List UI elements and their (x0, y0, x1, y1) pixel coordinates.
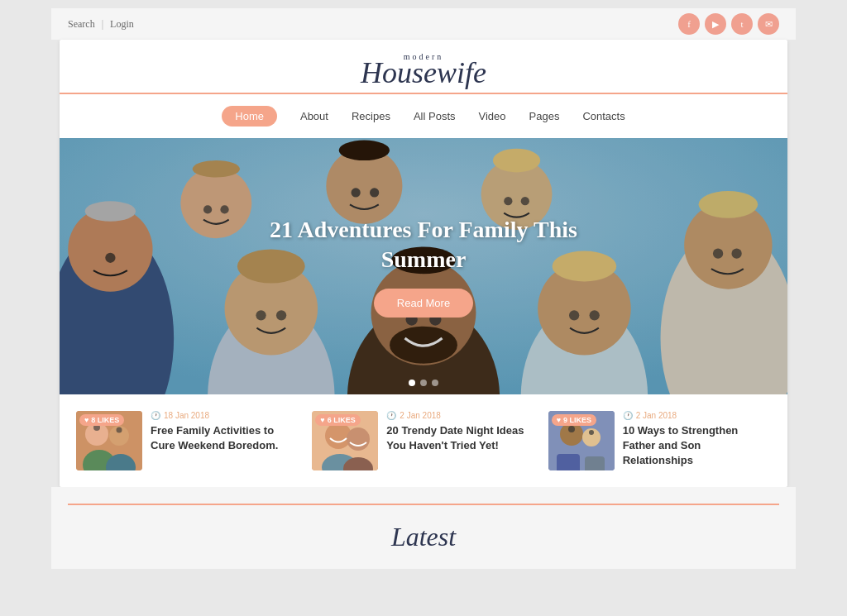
heart-icon-3 (557, 416, 561, 424)
post-thumb-3: 9 LIKES (548, 411, 615, 470)
post-info-3: 2 Jan 2018 10 Ways to Strengthen Father … (623, 411, 771, 469)
post-title-2[interactable]: 20 Trendy Date Night Ideas You Haven't T… (386, 423, 534, 453)
clock-icon-1 (151, 411, 160, 420)
post-info-2: 2 Jan 2018 20 Trendy Date Night Ideas Yo… (386, 411, 534, 453)
post-info-1: 18 Jan 2018 Free Family Activities to Cu… (151, 411, 299, 453)
main-nav: Home About Recipes All Posts Video Pages… (60, 94, 787, 138)
likes-badge-3: 9 LIKES (552, 414, 596, 426)
site-logo: modern Housewife (68, 53, 779, 88)
slider-dot-2[interactable] (420, 380, 427, 386)
bottom-section: Latest (51, 487, 796, 569)
facebook-icon[interactable]: f (678, 13, 700, 35)
top-bar: Search | Login f ▶ t ✉ (51, 8, 796, 40)
latest-title: Latest (68, 522, 779, 552)
post-title-3[interactable]: 10 Ways to Strengthen Father and Son Rel… (623, 423, 771, 469)
youtube-icon[interactable]: ▶ (705, 13, 726, 35)
posts-section: 8 LIKES 18 Jan 2018 Free Family Activiti… (60, 394, 787, 487)
social-icons: f ▶ t ✉ (678, 13, 779, 35)
post-card-1: 8 LIKES 18 Jan 2018 Free Family Activiti… (76, 411, 299, 470)
nav-about[interactable]: About (300, 110, 328, 122)
slider-dot-3[interactable] (432, 380, 438, 386)
post-card-3: 9 LIKES 2 Jan 2018 10 Ways to Strengthen… (548, 411, 771, 470)
nav-all-posts[interactable]: All Posts (414, 110, 456, 122)
nav-pages[interactable]: Pages (529, 110, 560, 122)
hero-overlay: 21 Adventures For Family This Summer Rea… (242, 215, 605, 318)
logo-main: Housewife (361, 56, 486, 89)
svg-point-58 (589, 430, 594, 435)
clock-icon-3 (623, 411, 633, 420)
main-card: modern Housewife Home About Recipes All … (60, 40, 787, 487)
hero-read-more-button[interactable]: Read More (374, 289, 473, 318)
divider: | (102, 18, 103, 31)
slider-dots (409, 380, 438, 386)
slider-dot-1[interactable] (409, 380, 415, 386)
post-card-2: 6 LIKES 2 Jan 2018 20 Trendy Date Night … (312, 411, 534, 470)
instagram-icon[interactable]: ✉ (758, 13, 779, 35)
post-thumb-1: 8 LIKES (76, 411, 142, 470)
search-link[interactable]: Search (68, 18, 95, 31)
svg-rect-55 (557, 454, 580, 470)
top-bar-left: Search | Login (68, 18, 134, 31)
post-title-1[interactable]: Free Family Activities to Cure Weekend B… (151, 423, 299, 453)
latest-container: Latest (68, 504, 779, 552)
hero-title: 21 Adventures For Family This Summer (242, 215, 605, 275)
likes-badge-2: 6 LIKES (315, 414, 360, 426)
post-meta-2: 2 Jan 2018 (386, 411, 534, 420)
heart-icon-2 (320, 416, 324, 424)
nav-contacts[interactable]: Contacts (582, 110, 624, 122)
svg-point-49 (347, 427, 370, 451)
nav-recipes[interactable]: Recipes (352, 110, 390, 122)
login-link[interactable]: Login (110, 18, 134, 31)
svg-point-57 (568, 426, 575, 432)
post-meta-1: 18 Jan 2018 (151, 411, 299, 420)
twitter-icon[interactable]: t (731, 13, 753, 35)
post-thumb-2: 6 LIKES (312, 411, 378, 470)
nav-home[interactable]: Home (222, 106, 277, 127)
site-header: modern Housewife (60, 40, 787, 94)
clock-icon-2 (386, 411, 396, 420)
likes-badge-1: 8 LIKES (79, 414, 124, 426)
heart-icon-1 (84, 416, 89, 424)
svg-rect-56 (585, 456, 605, 470)
post-meta-3: 2 Jan 2018 (623, 411, 771, 420)
svg-point-46 (117, 427, 122, 433)
nav-video[interactable]: Video (479, 110, 506, 122)
hero-slider: 21 Adventures For Family This Summer Rea… (60, 138, 787, 394)
